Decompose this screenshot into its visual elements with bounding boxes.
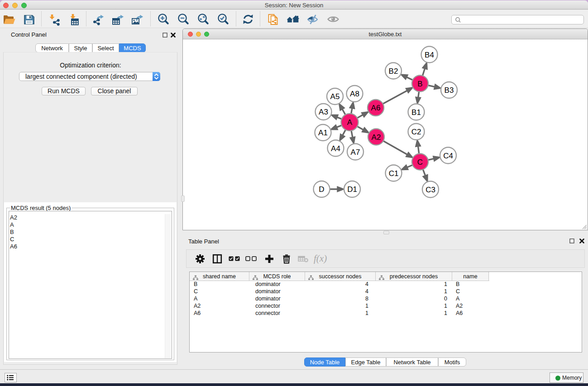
- svg-text:B1: B1: [411, 108, 421, 117]
- svg-text:A5: A5: [330, 92, 340, 101]
- svg-text:C: C: [417, 158, 423, 167]
- svg-text:A: A: [347, 118, 353, 127]
- svg-text:C2: C2: [411, 128, 421, 136]
- svg-text:B4: B4: [425, 51, 434, 59]
- svg-text:C1: C1: [389, 169, 399, 178]
- svg-text:D: D: [319, 185, 324, 194]
- svg-text:f(x): f(x): [314, 253, 327, 264]
- svg-text:B2: B2: [389, 67, 398, 76]
- svg-text:C4: C4: [443, 152, 453, 160]
- svg-text:D1: D1: [347, 185, 357, 194]
- svg-text:C3: C3: [425, 186, 435, 194]
- svg-text:A3: A3: [319, 108, 328, 116]
- svg-text:A6: A6: [371, 104, 381, 112]
- svg-text:A1: A1: [318, 129, 328, 137]
- svg-text:B: B: [417, 80, 422, 88]
- svg-text:B3: B3: [445, 86, 454, 95]
- svg-text:A7: A7: [351, 148, 360, 157]
- svg-text:A8: A8: [350, 90, 359, 98]
- svg-text:A4: A4: [331, 144, 340, 153]
- svg-text:A2: A2: [372, 133, 381, 142]
